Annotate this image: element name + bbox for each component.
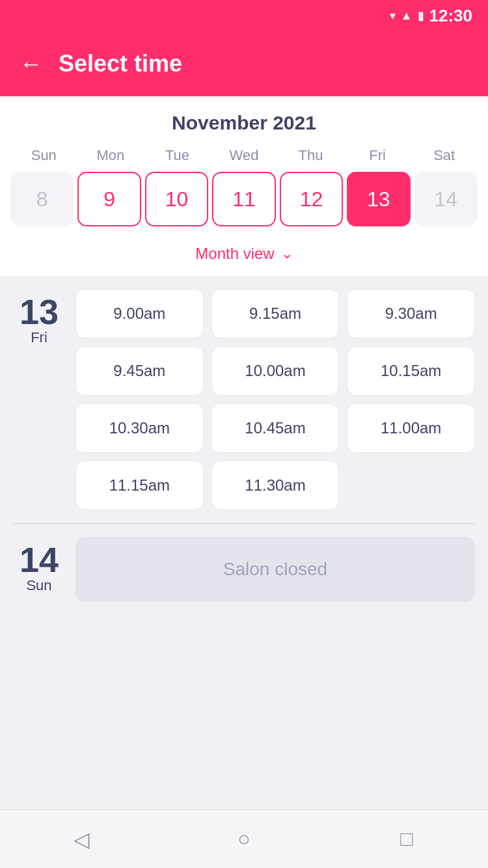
slot-1115am[interactable]: 11.15am xyxy=(75,461,204,510)
weekday-fri: Fri xyxy=(344,147,411,164)
month-view-toggle[interactable]: Month view ⌄ xyxy=(0,237,488,276)
date-10[interactable]: 10 xyxy=(145,172,208,226)
back-button[interactable]: ← xyxy=(20,50,43,77)
slot-945am[interactable]: 9.45am xyxy=(75,346,204,396)
slot-915am[interactable]: 9.15am xyxy=(211,289,340,338)
day-14-number: 14 xyxy=(20,542,59,577)
slot-930am[interactable]: 9.30am xyxy=(347,289,475,338)
status-icons: ▾ ▲ ▮ 12:30 xyxy=(390,6,472,26)
slot-900am[interactable]: 9.00am xyxy=(75,289,204,338)
day-14-label: 14 Sun xyxy=(13,537,65,602)
weekday-wed: Wed xyxy=(211,147,278,164)
day-13-name: Fri xyxy=(31,329,47,346)
slots-section: 13 Fri 9.00am 9.15am 9.30am 9.45am 10.00… xyxy=(0,276,488,628)
status-bar: ▾ ▲ ▮ 12:30 xyxy=(0,0,488,31)
chevron-down-icon[interactable]: ⌄ xyxy=(281,245,293,262)
weekday-tue: Tue xyxy=(144,147,211,164)
slot-1130am[interactable]: 11.30am xyxy=(211,461,340,510)
battery-icon: ▮ xyxy=(418,8,424,23)
date-13[interactable]: 13 xyxy=(347,172,410,226)
date-12[interactable]: 12 xyxy=(280,172,343,226)
nav-back-button[interactable]: ◁ xyxy=(65,823,98,856)
date-11[interactable]: 11 xyxy=(212,172,275,226)
nav-home-button[interactable]: ○ xyxy=(228,823,260,856)
month-view-label[interactable]: Month view xyxy=(195,245,274,263)
back-nav-icon[interactable]: ◁ xyxy=(74,827,90,852)
weekday-thu: Thu xyxy=(277,147,344,164)
day-13-number: 13 xyxy=(20,294,59,329)
nav-recent-button[interactable]: □ xyxy=(390,823,423,856)
clock: 12:30 xyxy=(429,6,473,26)
weekday-row: Sun Mon Tue Wed Thu Fri Sat xyxy=(10,147,478,164)
day-13-slots-grid: 9.00am 9.15am 9.30am 9.45am 10.00am 10.1… xyxy=(75,289,475,510)
day-13-row: 13 Fri 9.00am 9.15am 9.30am 9.45am 10.00… xyxy=(13,289,475,510)
page-title: Select time xyxy=(59,50,182,77)
month-year-label: November 2021 xyxy=(10,112,478,134)
weekday-sun: Sun xyxy=(10,147,77,164)
date-8: 8 xyxy=(10,172,74,226)
slot-1015am[interactable]: 10.15am xyxy=(347,346,475,396)
day-14-row: 14 Sun Salon closed xyxy=(13,537,475,602)
slot-1000am[interactable]: 10.00am xyxy=(211,346,340,396)
calendar-section: November 2021 Sun Mon Tue Wed Thu Fri Sa… xyxy=(0,96,488,237)
salon-closed-box: Salon closed xyxy=(75,537,475,602)
signal-icon: ▲ xyxy=(401,9,413,23)
slot-1100am[interactable]: 11.00am xyxy=(347,403,475,453)
salon-closed-label: Salon closed xyxy=(223,559,327,580)
home-nav-icon[interactable]: ○ xyxy=(237,827,250,851)
day-13-label: 13 Fri xyxy=(13,289,65,510)
wifi-icon: ▾ xyxy=(390,8,396,23)
weekday-sat: Sat xyxy=(411,147,478,164)
bottom-nav: ◁ ○ □ xyxy=(0,809,488,868)
header: ← Select time xyxy=(0,31,488,96)
recent-nav-icon[interactable]: □ xyxy=(400,827,413,851)
date-14: 14 xyxy=(414,172,478,226)
date-9[interactable]: 9 xyxy=(77,172,141,226)
weekday-mon: Mon xyxy=(77,147,144,164)
slot-1045am[interactable]: 10.45am xyxy=(211,403,340,453)
slot-1030am[interactable]: 10.30am xyxy=(75,403,204,453)
dates-row: 8 9 10 11 12 13 14 xyxy=(10,172,478,237)
day-divider xyxy=(13,523,475,524)
day-14-name: Sun xyxy=(26,577,51,594)
